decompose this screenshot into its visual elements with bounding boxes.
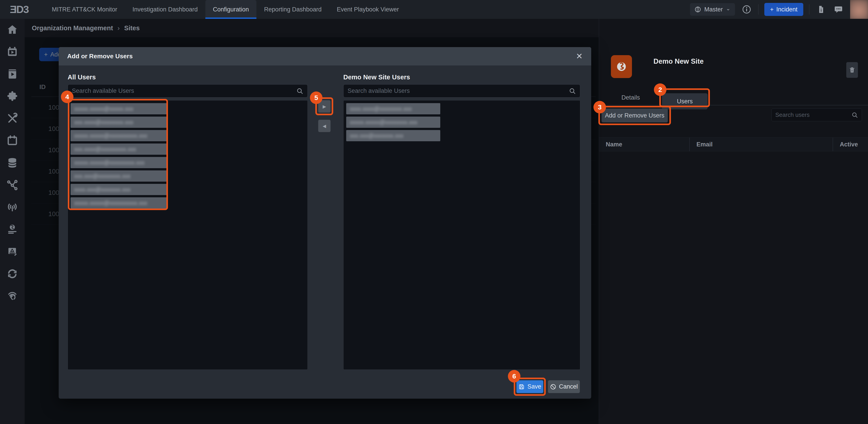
users-table-header: Name Email Active (599, 137, 868, 151)
panel-search (772, 109, 862, 121)
all-users-label: All Users (68, 74, 96, 81)
info-icon[interactable] (741, 4, 752, 15)
topbar-nav: MITRE ATT&CK Monitor Investigation Dashb… (44, 0, 406, 19)
user-chip[interactable]: xxx.xxx@xxxxxxxx.xxx (70, 170, 167, 181)
broadcast-icon[interactable] (6, 201, 18, 213)
nav-configuration[interactable]: Configuration (205, 0, 257, 19)
move-left-button[interactable]: ◀ (318, 120, 331, 132)
new-incident-button[interactable]: + Incident (764, 3, 803, 16)
site-users-list: xxxx.xxxx@xxxxxxxx.xxx xxxxx.xxxxx@xxxxx… (343, 100, 580, 370)
site-users-label: Demo New Site Users (343, 74, 410, 81)
chevron-down-icon: ⌄ (726, 5, 731, 12)
breadcrumb: Organization Management › Sites (25, 19, 599, 37)
user-chip[interactable]: xxx.xxx@xxxxxxx.xxx (346, 130, 440, 141)
sync-icon[interactable] (6, 268, 18, 280)
user-chip[interactable]: xxxx.xxx@xxxxxxx.xxx (70, 184, 167, 195)
search-icon (296, 87, 304, 95)
add-or-remove-users-modal: Add or Remove Users ✕ All Users xxxxx.xx… (59, 47, 591, 399)
topbar: ƎD3 MITRE ATT&CK Monitor Investigation D… (0, 0, 868, 19)
trash-icon (849, 66, 856, 73)
column-header-name[interactable]: Name (599, 141, 689, 148)
nav-event-playbook-viewer[interactable]: Event Playbook Viewer (329, 0, 406, 19)
move-right-button[interactable]: ▶ (318, 100, 331, 113)
nav-reporting-dashboard[interactable]: Reporting Dashboard (256, 0, 329, 19)
modal-title: Add or Remove Users (67, 53, 133, 60)
user-chip[interactable]: xxxxx.xxxxx@xxxxx.xxx (70, 103, 167, 114)
cancel-icon (550, 384, 556, 390)
user-chip[interactable]: xxx.xxxx@xxxxxxxxx.xxx (70, 143, 167, 155)
site-details-panel: Demo New Site Details Users Add or Remov… (599, 19, 868, 424)
breadcrumb-separator: › (118, 24, 120, 32)
user-avatar[interactable] (850, 0, 868, 19)
site-tabs: Details Users (599, 90, 868, 105)
sites-globe-icon[interactable] (6, 224, 18, 235)
save-icon (519, 384, 525, 390)
search-available-users-input[interactable] (72, 87, 296, 94)
user-chip[interactable]: xxxxx.xxxxx@xxxxxxxxxx.xxx (70, 130, 167, 141)
identity-fingerprint-icon[interactable] (6, 290, 18, 302)
sidebar (0, 19, 25, 424)
column-header-email[interactable]: Email (689, 138, 833, 151)
utilities-tools-icon[interactable] (6, 113, 18, 124)
divider (758, 4, 758, 15)
d3-logo[interactable]: ƎD3 (10, 3, 28, 16)
app-root: Organization Management › Sites + Add ID… (0, 0, 868, 424)
integrations-puzzle-icon[interactable] (6, 90, 18, 102)
modal-header: Add or Remove Users ✕ (59, 47, 591, 65)
site-selector-dropdown[interactable]: Master ⌄ (690, 3, 735, 16)
site-name: Demo New Site (653, 57, 704, 65)
avatar-image-blurred (850, 0, 868, 19)
site-selector-label: Master (704, 6, 723, 13)
data-store-icon[interactable] (6, 157, 18, 169)
divider (809, 4, 809, 15)
breadcrumb-current: Sites (124, 24, 140, 32)
save-button[interactable]: Save (517, 380, 543, 393)
playbook-icon[interactable] (6, 68, 18, 80)
document-icon[interactable] (815, 4, 827, 15)
user-chip[interactable]: xxx.xxxx@xxxxxxxx.xxx (70, 117, 167, 128)
close-icon[interactable]: ✕ (576, 52, 583, 60)
add-or-remove-users-button[interactable]: Add or Remove Users (601, 109, 668, 122)
tab-details[interactable]: Details (621, 94, 640, 101)
search-available-users-input[interactable] (347, 87, 569, 94)
breadcrumb-parent[interactable]: Organization Management (32, 24, 113, 32)
all-users-list: xxxxx.xxxxx@xxxxx.xxx xxx.xxxx@xxxxxxxx.… (68, 100, 308, 370)
tab-users[interactable]: Users (662, 93, 708, 109)
user-chip[interactable]: xxxxx.xxxxx@xxxxxxxxxx.xxx (70, 197, 167, 208)
globe-icon (694, 6, 701, 13)
user-chip[interactable]: xxxxx.xxxxx@xxxxxxxx.xxx (346, 117, 440, 128)
site-users-search (343, 84, 580, 97)
all-users-search (68, 84, 308, 97)
calendar-play-icon[interactable] (6, 46, 18, 58)
home-icon[interactable] (6, 24, 18, 35)
link-analysis-icon[interactable] (6, 179, 18, 191)
search-users-input[interactable] (775, 111, 851, 118)
delete-site-button[interactable] (846, 62, 858, 78)
user-chip[interactable]: xxxxx.xxxxx@xxxxxxxxx.xxx (70, 157, 167, 168)
topbar-right: Master ⌄ + Incident (690, 0, 868, 19)
chat-icon[interactable] (833, 4, 844, 15)
user-chip[interactable]: xxxx.xxxx@xxxxxxxx.xxx (346, 103, 440, 114)
plus-icon: + (770, 6, 774, 13)
incident-report-icon[interactable] (6, 246, 18, 257)
nav-investigation-dashboard[interactable]: Investigation Dashboard (125, 0, 205, 19)
events-calendar-icon[interactable] (6, 135, 18, 146)
cancel-button[interactable]: Cancel (548, 380, 580, 393)
search-icon (569, 87, 576, 95)
nav-mitre-attack-monitor[interactable]: MITRE ATT&CK Monitor (44, 0, 125, 19)
site-globe-icon (611, 55, 632, 78)
search-icon (851, 112, 858, 118)
column-header-active[interactable]: Active (833, 138, 868, 151)
